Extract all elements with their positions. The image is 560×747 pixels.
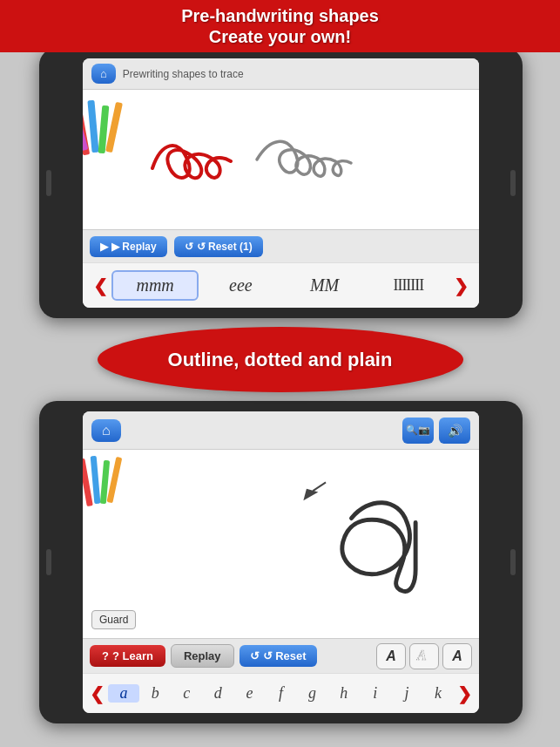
replay-label-bottom: Replay: [184, 649, 221, 662]
sound-button[interactable]: 🔊: [439, 418, 470, 444]
tablet-side-btn-left-top: [46, 170, 51, 196]
char-f[interactable]: f: [265, 684, 296, 703]
style-plain-icon: A: [452, 649, 462, 664]
search-camera-button[interactable]: 🔍📷: [402, 418, 434, 444]
search-camera-icon: 🔍📷: [406, 424, 430, 436]
char-item-lines[interactable]: IIIIIII: [367, 273, 450, 298]
char-strip-bottom: ❮ a b c d e f g h i j k ❯: [83, 673, 479, 713]
char-d[interactable]: d: [202, 684, 233, 703]
tablet-top: ⌂ Prewriting shapes to trace: [39, 48, 523, 318]
style-buttons: A A A: [376, 643, 472, 669]
strip-arrow-right-bottom[interactable]: ❯: [454, 683, 476, 704]
char-k[interactable]: k: [422, 684, 454, 703]
char-e[interactable]: e: [233, 684, 265, 703]
replay-button-top[interactable]: ▶ ▶ Replay: [90, 236, 167, 257]
replay-icon-top: ▶: [100, 241, 108, 253]
style-btn-plain[interactable]: A: [442, 643, 472, 669]
drawing-area-bottom: Guard: [83, 450, 479, 638]
mid-banner: Outline, dotted and plain: [98, 327, 463, 392]
drawing-area-top: [83, 90, 479, 229]
tablet-side-btn-right-bottom: [510, 549, 516, 575]
letter-a-svg: [83, 450, 479, 638]
toolbar-right-icons: 🔍📷 🔊: [402, 418, 470, 444]
header-line2: Create your own!: [209, 27, 351, 46]
char-i[interactable]: i: [360, 684, 391, 703]
char-strip-top: ❮ mmm eee MM IIIIIII ❯: [83, 262, 479, 308]
reset-button-top[interactable]: ↺ ↺ Reset (1): [174, 236, 263, 257]
tablet-bottom: ⌂ 🔍📷 🔊: [39, 401, 523, 723]
sound-icon: 🔊: [448, 424, 462, 438]
char-h[interactable]: h: [328, 684, 360, 703]
learn-icon: ?: [102, 649, 109, 662]
header-banner: Pre-handwriting shapes Create your own!: [0, 0, 560, 52]
tablet-side-btn-right-top: [510, 170, 516, 196]
style-btn-dotted[interactable]: A: [409, 643, 439, 669]
reset-label-top: ↺ Reset (1): [197, 241, 253, 253]
home-button-top[interactable]: ⌂: [91, 64, 116, 84]
char-b[interactable]: b: [139, 684, 171, 703]
handwriting-strokes-top: [83, 90, 479, 229]
header-line1: Pre-handwriting shapes: [181, 6, 379, 25]
strip-arrow-right-top[interactable]: ❯: [450, 275, 472, 296]
replay-button-bottom[interactable]: Replay: [171, 644, 234, 668]
home-button-bottom[interactable]: ⌂: [91, 419, 121, 442]
char-item-MM[interactable]: MM: [283, 272, 367, 299]
svg-line-9: [313, 482, 326, 491]
bottom-screen-toolbar: ⌂ 🔍📷 🔊: [83, 411, 479, 450]
replay-label-top: ▶ Replay: [111, 241, 157, 253]
char-c[interactable]: c: [171, 684, 202, 703]
bottom-controls-top: ▶ ▶ Replay ↺ ↺ Reset (1): [83, 229, 479, 262]
style-dotted-icon: A: [415, 646, 433, 666]
top-toolbar: ⌂ Prewriting shapes to trace: [83, 58, 479, 90]
tablet-side-btn-left-bottom: [46, 549, 51, 575]
home-icon-bottom: ⌂: [102, 423, 111, 438]
tablet-top-screen: ⌂ Prewriting shapes to trace: [83, 58, 479, 308]
char-j[interactable]: j: [391, 684, 422, 703]
reset-icon-bottom: ↺: [250, 649, 260, 662]
style-outline-icon: A: [386, 649, 396, 664]
reset-icon-top: ↺: [185, 241, 193, 253]
strip-arrow-left-bottom[interactable]: ❮: [86, 683, 108, 704]
char-g[interactable]: g: [297, 684, 328, 703]
home-icon-top: ⌂: [100, 67, 107, 80]
tablet-bottom-screen: ⌂ 🔍📷 🔊: [83, 411, 479, 713]
reset-label-bottom: ↺ Reset: [263, 649, 307, 662]
reset-button-bottom[interactable]: ↺ ↺ Reset: [240, 645, 317, 667]
mid-banner-text: Outline, dotted and plain: [168, 349, 393, 371]
guard-label: Guard: [91, 610, 136, 629]
bottom-controls-2: ? ? Learn Replay ↺ ↺ Reset A: [83, 638, 479, 673]
char-item-mmm[interactable]: mmm: [111, 270, 199, 301]
learn-button[interactable]: ? ? Learn: [90, 645, 165, 667]
header-text: Pre-handwriting shapes Create your own!: [181, 5, 379, 47]
strip-arrow-left-top[interactable]: ❮: [90, 275, 111, 296]
char-item-eee[interactable]: eee: [199, 272, 282, 299]
learn-label: ? Learn: [112, 649, 153, 662]
page-title-top: Prewriting shapes to trace: [123, 68, 244, 80]
style-btn-outline[interactable]: A: [376, 643, 406, 669]
char-a[interactable]: a: [108, 684, 139, 703]
svg-text:A: A: [416, 648, 427, 662]
